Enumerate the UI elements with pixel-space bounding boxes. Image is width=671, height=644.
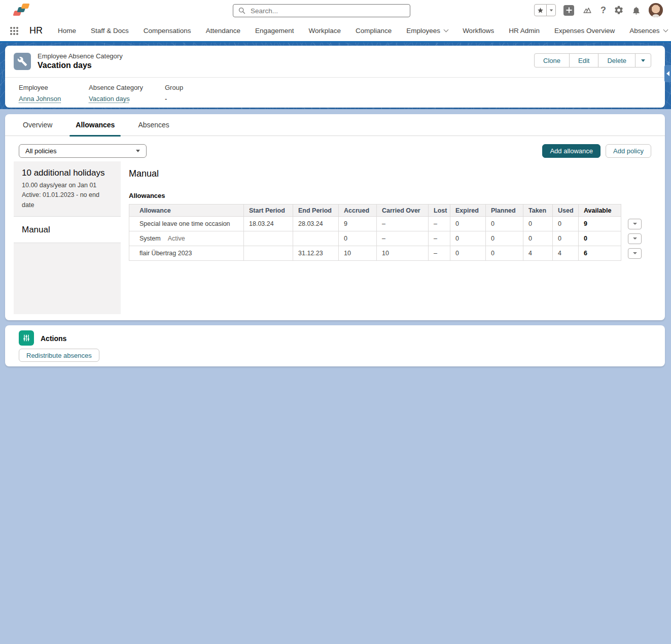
help-icon[interactable]: ?	[601, 6, 606, 15]
favorites-star-button[interactable]	[534, 4, 547, 16]
search-input[interactable]	[250, 7, 405, 15]
app-name: HR	[29, 25, 43, 36]
setup-gear-icon[interactable]	[614, 5, 624, 15]
page-title: Vacation days	[38, 61, 92, 70]
nav-tab-expenses-overview[interactable]: Expenses Overview	[554, 27, 615, 35]
tab-allowances[interactable]: Allowances	[69, 114, 121, 136]
clone-button[interactable]: Clone	[534, 53, 570, 67]
caret-down-icon	[633, 223, 637, 225]
row-actions-dropdown-button[interactable]	[628, 248, 642, 259]
favorites-dropdown-button[interactable]	[546, 4, 556, 16]
field-group: Group -	[165, 84, 183, 103]
row-actions-dropdown-button[interactable]	[628, 233, 642, 244]
caret-down-icon	[633, 238, 637, 240]
nav-tab-staff-docs[interactable]: Staff & Docs	[91, 27, 129, 35]
actions-title: Actions	[41, 334, 66, 343]
record-tabs: Overview Allowances Absences	[5, 114, 665, 136]
nav-tab-attendance[interactable]: Attendance	[206, 27, 240, 35]
nav-tab-employees[interactable]: Employees	[406, 27, 448, 35]
group-value: -	[165, 95, 183, 103]
allowances-panel: Manual Allowances Allowance Start Period…	[129, 161, 658, 314]
notifications-bell-icon[interactable]	[631, 6, 641, 15]
app-nav-bar: HR Home Staff & Docs Compensations Atten…	[0, 20, 671, 43]
delete-button[interactable]: Delete	[598, 53, 635, 67]
flair-logo	[13, 4, 33, 17]
table-row: Special leave one time occasion 18.03.24…	[129, 217, 644, 231]
arrow-left-icon	[666, 71, 669, 76]
guidance-center-icon[interactable]	[582, 5, 593, 15]
actions-sliders-icon	[19, 330, 34, 346]
global-search[interactable]	[233, 4, 410, 17]
chevron-down-icon	[444, 27, 449, 32]
star-icon	[537, 7, 544, 14]
employee-link[interactable]: Anna Johnson	[19, 95, 89, 103]
global-header-actions: ?	[534, 0, 663, 20]
global-header: ?	[0, 0, 671, 20]
caret-down-icon	[633, 252, 637, 254]
side-panel-toggle[interactable]	[664, 65, 671, 82]
policy-list: 10 additional holidays 10.00 days/year o…	[14, 161, 121, 314]
global-actions-plus-icon[interactable]	[563, 5, 574, 16]
caret-down-icon	[549, 9, 552, 11]
more-actions-dropdown-button[interactable]	[635, 53, 651, 67]
policy-item-additional-holidays[interactable]: 10 additional holidays 10.00 days/year o…	[14, 161, 121, 217]
row-actions-dropdown-button[interactable]	[628, 219, 642, 229]
entity-label: Employee Absence Category	[38, 52, 123, 60]
edit-button[interactable]: Edit	[569, 53, 598, 67]
record-highlight-fields: Employee Anna Johnson Absence Category V…	[19, 84, 183, 103]
absence-category-record-icon	[14, 53, 31, 70]
table-header-row: Allowance Start Period End Period Accrue…	[129, 205, 644, 217]
search-icon	[238, 7, 245, 14]
record-header-card: Employee Absence Category Vacation days …	[5, 46, 665, 108]
caret-down-icon	[641, 59, 645, 62]
absence-category-link[interactable]: Vacation days	[89, 95, 165, 103]
nav-tabs: Home Staff & Docs Compensations Attendan…	[58, 27, 671, 35]
table-row: SystemActive 0 – – 0 0 0 0 0	[129, 231, 644, 246]
policy-filter-select[interactable]: All policies	[19, 144, 147, 158]
nav-tab-engagement[interactable]: Engagement	[255, 27, 294, 35]
allowances-toolbar: All policies Add allowance Add policy	[19, 144, 651, 158]
field-absence-category: Absence Category Vacation days	[89, 84, 165, 103]
app-launcher-icon[interactable]	[10, 27, 18, 35]
field-employee: Employee Anna Johnson	[19, 84, 89, 103]
caret-down-icon	[136, 150, 140, 152]
redistribute-absences-button[interactable]: Redistribute absences	[19, 349, 99, 362]
nav-tab-compliance[interactable]: Compliance	[356, 27, 392, 35]
actions-card: Actions Redistribute absences	[5, 325, 665, 366]
nav-tab-home[interactable]: Home	[58, 27, 76, 35]
nav-tab-workplace[interactable]: Workplace	[309, 27, 341, 35]
tab-overview[interactable]: Overview	[17, 114, 58, 136]
add-allowance-button[interactable]: Add allowance	[542, 144, 601, 158]
allowances-table-label: Allowances	[129, 192, 658, 199]
policy-section-title: Manual	[129, 168, 658, 179]
nav-tab-hr-admin[interactable]: HR Admin	[509, 27, 540, 35]
chevron-down-icon	[663, 27, 668, 32]
nav-tab-compensations[interactable]: Compensations	[144, 27, 191, 35]
table-row: flair Übertrag 2023 31.12.23 10 10 – 0 0…	[129, 246, 644, 261]
policy-item-manual[interactable]: Manual	[14, 217, 121, 243]
nav-tab-workflows[interactable]: Workflows	[463, 27, 494, 35]
add-policy-button[interactable]: Add policy	[606, 144, 651, 158]
logo-shape-orange	[21, 4, 29, 9]
wrench-icon	[17, 56, 27, 66]
divider	[5, 77, 665, 78]
status-badge: Active	[168, 235, 185, 242]
allowances-card: Overview Allowances Absences All policie…	[5, 114, 665, 320]
nav-tab-absences[interactable]: Absences	[629, 27, 667, 35]
allowances-table: Allowance Start Period End Period Accrue…	[129, 204, 644, 261]
tab-absences[interactable]: Absences	[132, 114, 175, 136]
record-actions-group: Clone Edit Delete	[534, 53, 651, 67]
user-avatar[interactable]	[649, 3, 663, 17]
